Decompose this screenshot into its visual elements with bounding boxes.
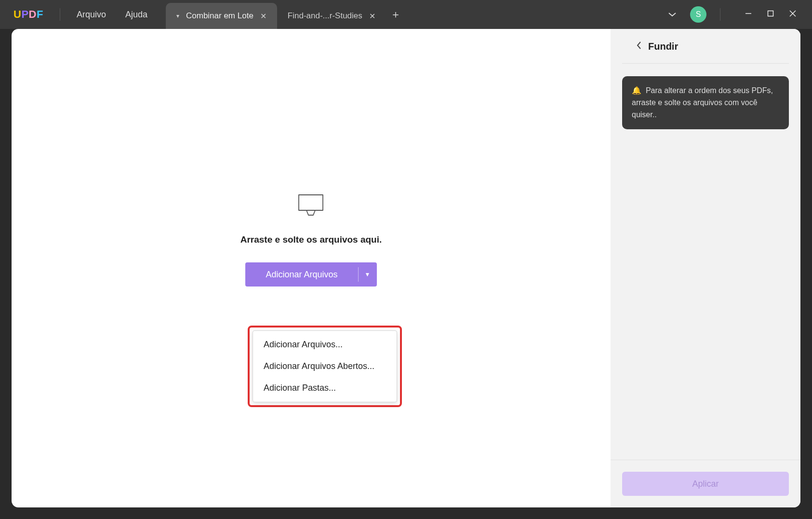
add-files-dropdown: Adicionar Arquivos... Adicionar Arquivos… [253, 330, 397, 402]
close-button[interactable] [789, 10, 797, 20]
avatar-initial: S [696, 10, 701, 19]
chevron-down-icon[interactable]: ▾ [176, 13, 179, 19]
tab-label: Combinar em Lote [186, 11, 253, 21]
add-files-label[interactable]: Adicionar Arquivos [245, 262, 358, 287]
menu-file[interactable]: Arquivo [77, 10, 106, 20]
close-icon[interactable]: ✕ [369, 12, 375, 21]
dropdown-highlight: Adicionar Arquivos... Adicionar Arquivos… [248, 326, 402, 407]
back-icon[interactable] [636, 41, 642, 53]
apply-button[interactable]: Aplicar [622, 472, 789, 496]
workspace: Arraste e solte os arquivos aqui. Adicio… [12, 29, 800, 507]
dropdown-item-add-open-files[interactable]: Adicionar Arquivos Abertos... [253, 355, 397, 377]
dropdown-item-add-files[interactable]: Adicionar Arquivos... [253, 334, 397, 355]
window-controls [734, 10, 807, 20]
tip-box: 🔔 Para alterar a ordem dos seus PDFs, ar… [622, 76, 789, 129]
sidebar-header: Fundir [622, 29, 789, 64]
close-icon[interactable]: ✕ [260, 12, 266, 21]
drop-instruction: Arraste e solte os arquivos aqui. [240, 234, 382, 245]
separator [720, 8, 720, 21]
sidebar-footer: Aplicar [611, 460, 800, 507]
svg-rect-1 [768, 11, 773, 16]
minimize-button[interactable] [745, 10, 752, 20]
tab-strip: ▾ Combinar em Lote ✕ Find-and-...r-Studi… [166, 0, 405, 29]
tab-document[interactable]: Find-and-...r-Studies ✕ [277, 3, 386, 29]
dropdown-toggle[interactable]: ▼ [359, 262, 377, 287]
main-menu: Arquivo Ajuda [63, 10, 161, 20]
bell-icon: 🔔 [632, 86, 641, 95]
add-files-button[interactable]: Adicionar Arquivos ▼ [245, 262, 376, 287]
tab-combine-batch[interactable]: ▾ Combinar em Lote ✕ [166, 3, 277, 29]
drop-zone[interactable]: Arraste e solte os arquivos aqui. Adicio… [240, 192, 382, 287]
main-canvas: Arraste e solte os arquivos aqui. Adicio… [12, 29, 611, 507]
maximize-button[interactable] [767, 10, 774, 20]
tip-text: Para alterar a ordem dos seus PDFs, arra… [632, 86, 773, 119]
separator [60, 8, 60, 21]
sidebar-title: Fundir [648, 41, 678, 52]
menu-help[interactable]: Ajuda [125, 10, 147, 20]
dropdown-item-add-folders[interactable]: Adicionar Pastas... [253, 377, 397, 399]
avatar[interactable]: S [690, 6, 706, 23]
right-sidebar: Fundir 🔔 Para alterar a ordem dos seus P… [611, 29, 800, 507]
titlebar: UPDF Arquivo Ajuda ▾ Combinar em Lote ✕ … [0, 0, 812, 29]
titlebar-right: S [665, 6, 812, 23]
tab-label: Find-and-...r-Studies [288, 11, 362, 21]
add-tab-button[interactable]: ＋ [386, 0, 405, 29]
inbox-icon [296, 192, 326, 220]
chevron-down-icon[interactable] [665, 7, 679, 23]
app-logo: UPDF [0, 8, 57, 21]
